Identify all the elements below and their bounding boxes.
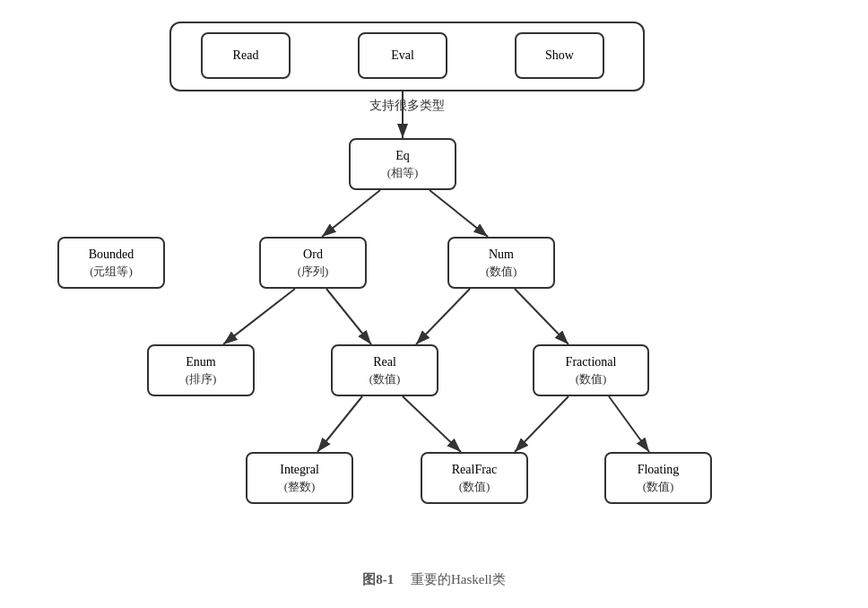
diagram: Read Eval Show 支持很多类型 Eq (相等) Bounded (元… (30, 13, 838, 595)
arrow-num-to-real (416, 289, 470, 344)
arrow-ord-to-enum (223, 289, 295, 344)
node-eq: Eq (相等) (349, 138, 456, 190)
node-real: Real (数值) (331, 344, 438, 396)
arrow-fractional-to-realfrac (515, 396, 569, 452)
arrow-fractional-to-floating (609, 396, 649, 452)
arrow-eq-to-ord (322, 190, 380, 237)
arrow-real-to-realfrac (403, 396, 461, 452)
figure-caption: 图8-1 重要的Haskell类 (30, 571, 838, 588)
node-floating: Floating (数值) (604, 452, 712, 504)
caption-supports-many-types: 支持很多类型 (326, 98, 488, 114)
node-eval: Eval (358, 32, 447, 79)
node-integral: Integral (整数) (246, 452, 353, 504)
node-read: Read (201, 32, 291, 79)
node-num: Num (数值) (447, 237, 555, 289)
arrow-ord-to-real (326, 289, 371, 344)
arrow-num-to-fractional (515, 289, 569, 344)
node-fractional: Fractional (数值) (533, 344, 649, 396)
node-show: Show (515, 32, 604, 79)
node-enum: Enum (排序) (147, 344, 255, 396)
arrow-eq-to-num (430, 190, 488, 237)
node-bounded: Bounded (元组等) (57, 237, 165, 289)
arrow-real-to-integral (317, 396, 362, 452)
node-realfrac: RealFrac (数值) (421, 452, 528, 504)
node-ord: Ord (序列) (259, 237, 367, 289)
